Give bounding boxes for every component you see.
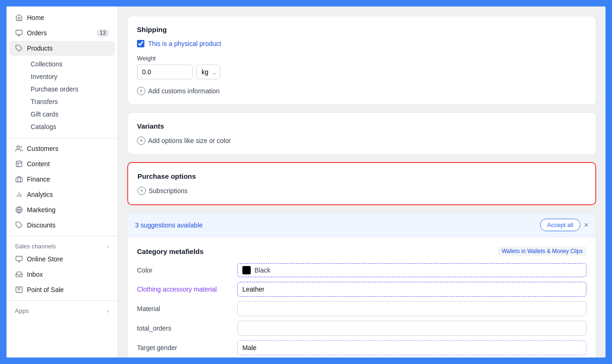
sidebar-item-online-store-label: Online Store xyxy=(27,255,63,263)
sidebar-item-transfers[interactable]: Transfers xyxy=(27,96,115,108)
svg-point-4 xyxy=(17,146,19,148)
unit-select[interactable]: kg lb oz g xyxy=(196,65,220,79)
sidebar-item-orders[interactable]: Orders 13 xyxy=(9,26,115,40)
sidebar-item-customers[interactable]: Customers xyxy=(9,141,115,156)
plus-icon: + xyxy=(137,87,145,95)
sidebar-item-customers-label: Customers xyxy=(27,145,59,152)
home-icon xyxy=(15,13,23,22)
sales-channels-section: Sales channels › xyxy=(9,239,115,252)
sidebar-item-content[interactable]: Content xyxy=(9,156,115,171)
pos-icon xyxy=(15,286,23,294)
subscriptions-link[interactable]: + Subscriptions xyxy=(137,187,586,195)
sidebar-item-pos-label: Point of Sale xyxy=(27,286,64,293)
target-gender-label: Target gender xyxy=(137,344,230,351)
discounts-icon xyxy=(15,221,23,229)
accept-all-button[interactable]: Accept all xyxy=(540,219,580,231)
sidebar-item-home-label: Home xyxy=(27,14,44,21)
svg-rect-0 xyxy=(16,30,22,34)
clothing-material-label[interactable]: Clothing accessory material xyxy=(137,286,230,293)
badge-wallets: Wallets xyxy=(501,248,520,254)
shipping-title: Shipping xyxy=(137,26,586,33)
apps-arrow[interactable]: › xyxy=(107,308,109,314)
sidebar-item-inbox[interactable]: Inbox xyxy=(9,267,115,282)
meta-header: Category metafields Wallets in Wallets &… xyxy=(137,247,586,256)
subscriptions-label: Subscriptions xyxy=(149,187,188,195)
sidebar-item-collections[interactable]: Collections xyxy=(27,58,115,70)
sidebar-item-purchase-orders[interactable]: Purchase orders xyxy=(27,83,115,95)
color-label: Color xyxy=(137,266,230,274)
analytics-icon xyxy=(15,190,23,199)
total-orders-label: total_orders xyxy=(137,325,230,332)
add-options-plus-icon: + xyxy=(137,136,145,145)
main-content: Shipping This is a physical product Weig… xyxy=(118,6,605,358)
sidebar-item-content-label: Content xyxy=(27,160,50,168)
weight-row: kg lb oz g xyxy=(137,65,586,79)
sidebar-item-home[interactable]: Home xyxy=(9,10,115,25)
color-input-wrapper[interactable]: Black xyxy=(237,263,586,277)
store-icon xyxy=(15,255,23,263)
clothing-material-input[interactable] xyxy=(237,282,586,297)
sidebar: Home Orders 13 Products Collections Inve… xyxy=(7,6,118,358)
inbox-icon xyxy=(15,270,23,279)
sidebar-item-finance[interactable]: Finance xyxy=(9,172,115,187)
meta-row-color: Color Black xyxy=(137,263,586,277)
sidebar-item-inventory[interactable]: Inventory xyxy=(27,71,115,83)
purchase-options-card: Purchase options + Subscriptions xyxy=(127,162,596,205)
physical-product-checkbox[interactable] xyxy=(137,40,144,47)
sidebar-item-gift-cards[interactable]: Gift cards xyxy=(27,108,115,120)
material-label: Material xyxy=(137,305,230,312)
sidebar-item-discounts-label: Discounts xyxy=(27,221,55,229)
orders-icon xyxy=(15,29,23,37)
meta-row-clothing-material: Clothing accessory material xyxy=(137,282,586,297)
orders-badge: 13 xyxy=(97,29,109,37)
suggestions-text: 3 suggestions available xyxy=(135,221,203,229)
add-options-link[interactable]: + Add options like size or color xyxy=(137,136,586,145)
meta-title: Category metafields xyxy=(137,247,203,255)
sidebar-item-marketing-label: Marketing xyxy=(27,206,55,214)
physical-product-label: This is a physical product xyxy=(148,40,221,47)
sidebar-item-online-store[interactable]: Online Store xyxy=(9,252,115,266)
svg-rect-5 xyxy=(16,161,22,167)
sidebar-item-point-of-sale[interactable]: Point of Sale xyxy=(9,282,115,297)
marketing-icon xyxy=(15,206,23,214)
shipping-card: Shipping This is a physical product Weig… xyxy=(127,16,596,105)
apps-section: Apps › xyxy=(9,304,115,316)
unit-wrapper: kg lb oz g xyxy=(196,65,220,79)
meta-row-target-gender: Target gender xyxy=(137,340,586,355)
finance-icon xyxy=(15,175,23,183)
color-swatch xyxy=(242,266,251,274)
color-value: Black xyxy=(254,266,270,274)
category-metafields-card: Category metafields Wallets in Wallets &… xyxy=(127,237,596,358)
meta-row-total-orders: total_orders xyxy=(137,321,586,336)
sidebar-item-discounts[interactable]: Discounts xyxy=(9,218,115,233)
content-icon xyxy=(15,160,23,168)
badge-suffix: in Wallets & Money Clips xyxy=(521,248,583,254)
svg-rect-15 xyxy=(16,256,22,260)
subscriptions-plus-icon: + xyxy=(137,187,146,195)
sidebar-item-analytics-label: Analytics xyxy=(27,191,53,198)
products-subnav: Collections Inventory Purchase orders Tr… xyxy=(7,56,117,135)
customers-icon xyxy=(15,144,23,153)
add-customs-label: Add customs information xyxy=(148,87,220,95)
weight-input[interactable] xyxy=(137,65,193,79)
sidebar-item-orders-label: Orders xyxy=(27,29,47,37)
physical-product-row: This is a physical product xyxy=(137,40,586,47)
add-options-label: Add options like size or color xyxy=(148,137,231,144)
suggestions-banner: 3 suggestions available Accept all × xyxy=(127,213,596,237)
sales-channels-arrow[interactable]: › xyxy=(107,244,109,249)
weight-label: Weight xyxy=(137,55,586,62)
target-gender-input[interactable] xyxy=(237,340,586,355)
close-suggestions-button[interactable]: × xyxy=(584,221,588,229)
svg-rect-8 xyxy=(16,178,22,182)
material-input[interactable] xyxy=(237,301,586,316)
add-customs-link[interactable]: + Add customs information xyxy=(137,87,586,95)
sidebar-item-catalogs[interactable]: Catalogs xyxy=(27,121,115,133)
total-orders-input[interactable] xyxy=(237,321,586,336)
sidebar-item-analytics[interactable]: Analytics xyxy=(9,187,115,202)
purchase-options-title: Purchase options xyxy=(137,172,586,180)
meta-row-material: Material xyxy=(137,301,586,316)
sidebar-item-products[interactable]: Products xyxy=(9,41,115,56)
suggestions-actions: Accept all × xyxy=(540,219,588,231)
sidebar-item-products-label: Products xyxy=(27,45,52,52)
sidebar-item-marketing[interactable]: Marketing xyxy=(9,202,115,217)
